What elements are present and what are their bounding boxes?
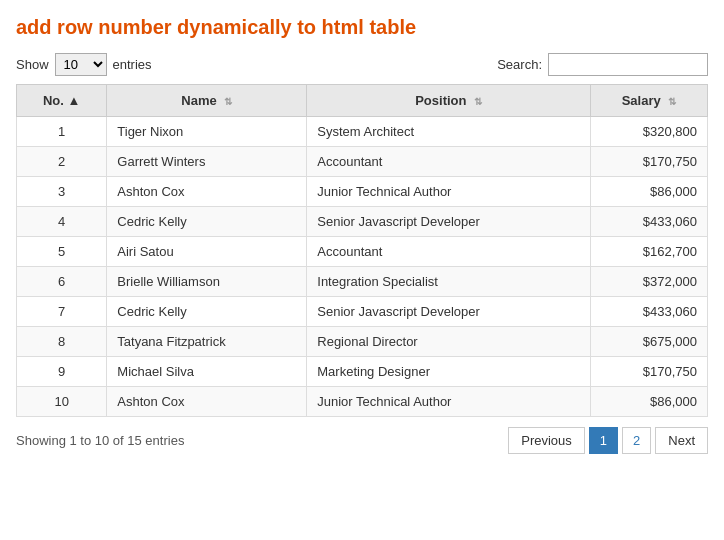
search-label: Search: <box>497 57 542 72</box>
cell-name: Tatyana Fitzpatrick <box>107 327 307 357</box>
col-name[interactable]: Name ⇅ <box>107 85 307 117</box>
table-header: No. ▲ Name ⇅ Position ⇅ Salary ⇅ <box>17 85 708 117</box>
table-body: 1 Tiger Nixon System Architect $320,800 … <box>17 117 708 417</box>
sort-icon-name: ⇅ <box>224 96 232 107</box>
cell-salary: $170,750 <box>591 357 708 387</box>
table-row: 7 Cedric Kelly Senior Javascript Develop… <box>17 297 708 327</box>
controls-bottom: Showing 1 to 10 of 15 entries Previous 1… <box>16 427 708 454</box>
sort-icon-salary: ⇅ <box>668 96 676 107</box>
search-box: Search: <box>497 53 708 76</box>
table-row: 4 Cedric Kelly Senior Javascript Develop… <box>17 207 708 237</box>
table-row: 3 Ashton Cox Junior Technical Author $86… <box>17 177 708 207</box>
table-row: 2 Garrett Winters Accountant $170,750 <box>17 147 708 177</box>
cell-salary: $162,700 <box>591 237 708 267</box>
table-row: 1 Tiger Nixon System Architect $320,800 <box>17 117 708 147</box>
controls-top: Show 10 25 50 100 entries Search: <box>16 53 708 76</box>
table-row: 8 Tatyana Fitzpatrick Regional Director … <box>17 327 708 357</box>
show-entries-select[interactable]: 10 25 50 100 <box>55 53 107 76</box>
sort-icon-position: ⇅ <box>474 96 482 107</box>
cell-salary: $170,750 <box>591 147 708 177</box>
cell-name: Cedric Kelly <box>107 207 307 237</box>
table-row: 9 Michael Silva Marketing Designer $170,… <box>17 357 708 387</box>
cell-salary: $372,000 <box>591 267 708 297</box>
cell-name: Brielle Williamson <box>107 267 307 297</box>
cell-salary: $675,000 <box>591 327 708 357</box>
cell-no: 5 <box>17 237 107 267</box>
cell-no: 6 <box>17 267 107 297</box>
cell-no: 9 <box>17 357 107 387</box>
search-input[interactable] <box>548 53 708 76</box>
cell-position: Marketing Designer <box>307 357 591 387</box>
data-table: No. ▲ Name ⇅ Position ⇅ Salary ⇅ 1 Tiger… <box>16 84 708 417</box>
cell-salary: $86,000 <box>591 177 708 207</box>
cell-no: 7 <box>17 297 107 327</box>
cell-name: Ashton Cox <box>107 387 307 417</box>
pagination: Previous 1 2 Next <box>508 427 708 454</box>
previous-button[interactable]: Previous <box>508 427 585 454</box>
cell-name: Cedric Kelly <box>107 297 307 327</box>
cell-salary: $433,060 <box>591 297 708 327</box>
table-row: 6 Brielle Williamson Integration Special… <box>17 267 708 297</box>
cell-position: Junior Technical Author <box>307 177 591 207</box>
cell-position: Senior Javascript Developer <box>307 297 591 327</box>
cell-name: Garrett Winters <box>107 147 307 177</box>
cell-no: 3 <box>17 177 107 207</box>
cell-position: Regional Director <box>307 327 591 357</box>
cell-no: 1 <box>17 117 107 147</box>
cell-no: 2 <box>17 147 107 177</box>
col-salary[interactable]: Salary ⇅ <box>591 85 708 117</box>
next-button[interactable]: Next <box>655 427 708 454</box>
cell-name: Tiger Nixon <box>107 117 307 147</box>
page-2-button[interactable]: 2 <box>622 427 651 454</box>
showing-info: Showing 1 to 10 of 15 entries <box>16 433 184 448</box>
cell-no: 8 <box>17 327 107 357</box>
page-1-button[interactable]: 1 <box>589 427 618 454</box>
cell-position: Integration Specialist <box>307 267 591 297</box>
cell-no: 10 <box>17 387 107 417</box>
cell-name: Michael Silva <box>107 357 307 387</box>
show-entries-container: Show 10 25 50 100 entries <box>16 53 152 76</box>
show-label: Show <box>16 57 49 72</box>
cell-salary: $86,000 <box>591 387 708 417</box>
col-no[interactable]: No. ▲ <box>17 85 107 117</box>
cell-position: System Architect <box>307 117 591 147</box>
cell-name: Ashton Cox <box>107 177 307 207</box>
table-row: 5 Airi Satou Accountant $162,700 <box>17 237 708 267</box>
cell-salary: $433,060 <box>591 207 708 237</box>
cell-no: 4 <box>17 207 107 237</box>
cell-position: Accountant <box>307 237 591 267</box>
cell-position: Accountant <box>307 147 591 177</box>
page-title: add row number dynamically to html table <box>16 16 708 39</box>
col-position[interactable]: Position ⇅ <box>307 85 591 117</box>
cell-name: Airi Satou <box>107 237 307 267</box>
cell-position: Junior Technical Author <box>307 387 591 417</box>
cell-position: Senior Javascript Developer <box>307 207 591 237</box>
table-row: 10 Ashton Cox Junior Technical Author $8… <box>17 387 708 417</box>
cell-salary: $320,800 <box>591 117 708 147</box>
entries-label: entries <box>113 57 152 72</box>
